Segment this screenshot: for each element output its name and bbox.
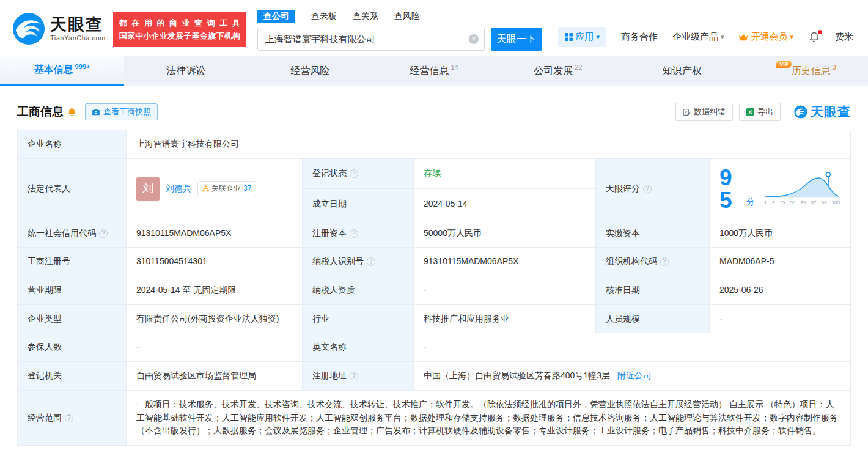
business-term-label: 营业期限 <box>18 276 127 305</box>
chevron-down-icon: ▾ <box>721 33 724 41</box>
open-vip-menu[interactable]: 开通会员 ▾ <box>738 31 793 43</box>
paid-capital-label: 实缴资本 <box>596 219 710 248</box>
apps-grid-icon <box>565 33 573 41</box>
company-section-tabs: 基本信息999+ 法律诉讼 经营风险 经营信息14 公司发展22 知识产权 VI… <box>0 56 868 86</box>
username-menu[interactable]: 费米 <box>835 31 853 43</box>
tab-intellectual-property[interactable]: 知识产权 <box>620 56 744 86</box>
tab-badge: 14 <box>451 64 458 71</box>
approval-date-value: 2025-06-26 <box>710 276 851 305</box>
legal-rep-cell: 刘 刘德兵 关联企业 37 <box>127 158 303 219</box>
company-name-label: 企业名称 <box>18 130 127 159</box>
business-scope-label: 经营范围? <box>18 390 127 445</box>
table-row: 工商注册号 310115004514301 纳税人识别号? 91310115MA… <box>18 248 851 276</box>
search-area: 查公司 查老板 查关系 查风险 ✕ 天眼一下 <box>257 10 542 51</box>
table-row: 企业类型 有限责任公司(外商投资企业法人独资) 行业 科技推广和应用服务业 人员… <box>18 304 851 333</box>
search-tab-risk[interactable]: 查风险 <box>394 10 420 23</box>
help-icon[interactable]: ? <box>367 257 375 266</box>
taxpayer-quality-value: - <box>414 276 596 305</box>
company-type-value: 有限责任公司(外商投资企业法人独资) <box>127 304 303 333</box>
tab-history-info[interactable]: VIP 历史信息3 <box>744 56 868 86</box>
tab-legal-proceedings[interactable]: 法律诉讼 <box>124 56 248 86</box>
paid-capital-value: 1000万人民币 <box>710 219 851 248</box>
score-cell: 95 分 131550859799100 <box>710 158 851 219</box>
business-term-value: 2024-05-14 至 无固定期限 <box>127 276 303 305</box>
english-name-label: 英文名称 <box>303 333 414 362</box>
staff-size-label: 人员规模 <box>596 304 710 333</box>
legal-rep-link[interactable]: 刘德兵 <box>166 182 191 196</box>
search-type-tabs: 查公司 查老板 查关系 查风险 <box>257 10 542 23</box>
search-box: ✕ <box>257 28 485 51</box>
enterprise-products-menu[interactable]: 企业级产品 ▾ <box>672 31 724 43</box>
search-tab-relation[interactable]: 查关系 <box>353 10 378 23</box>
reg-number-value: 310115004514301 <box>127 248 303 276</box>
tab-badge: 999+ <box>75 63 90 70</box>
tab-basic-info[interactable]: 基本信息999+ <box>0 56 124 86</box>
tab-company-development[interactable]: 公司发展22 <box>496 56 620 86</box>
header-menu: 应用 ▾ 商务合作 企业级产品 ▾ 开通会员 ▾ 费米 <box>558 27 853 47</box>
reg-address-label: 注册地址? <box>303 362 414 391</box>
nearby-companies-link[interactable]: 附近公司 <box>617 371 652 380</box>
search-input[interactable] <box>257 28 485 51</box>
search-tab-company[interactable]: 查公司 <box>257 10 295 23</box>
slogan-line1: 都在用的商业查询工具 <box>119 17 240 29</box>
view-snapshot-button[interactable]: 查看工商快照 <box>85 103 158 120</box>
score-label: 天眼评分? <box>596 158 710 219</box>
reg-capital-label: 注册资本? <box>303 219 414 248</box>
slogan-line2: 国家中小企业发展子基金旗下机构 <box>119 29 240 42</box>
business-info-table: 企业名称 上海智谱寰宇科技有限公司 法定代表人 刘 刘德兵 关联企业 37 <box>17 130 851 446</box>
help-icon[interactable]: ? <box>350 229 358 238</box>
score-distribution-chart: 131550859799100 <box>763 171 840 207</box>
vip-badge: VIP <box>776 61 792 68</box>
credit-code-label: 统一社会信用代码? <box>18 219 127 248</box>
org-chart-icon <box>202 185 209 192</box>
export-button[interactable]: 导出 <box>739 103 781 121</box>
apps-menu-button[interactable]: 应用 ▾ <box>558 27 606 47</box>
alert-bell-icon[interactable] <box>67 108 76 117</box>
search-button[interactable]: 天眼一下 <box>491 28 542 51</box>
watermark-brand: 天眼查 <box>794 103 851 120</box>
help-icon[interactable]: ? <box>99 229 108 238</box>
tianyancha-logo-icon <box>794 105 807 119</box>
score-value: 95 <box>719 166 743 212</box>
tianyancha-logo-icon <box>12 12 45 45</box>
table-row: 登记机关 自由贸易试验区市场监督管理局 注册地址? 中国（上海）自由贸易试验区芳… <box>18 362 851 391</box>
clear-search-icon[interactable]: ✕ <box>469 34 479 44</box>
insured-count-label: 参保人数 <box>18 333 127 362</box>
search-tab-boss[interactable]: 查老板 <box>311 10 337 23</box>
tianyancha-company-page: 天眼查 TianYanCha.com 都在用的商业查询工具 国家中小企业发展子基… <box>0 0 868 446</box>
company-name-value: 上海智谱寰宇科技有限公司 <box>127 130 851 159</box>
tianyancha-home-link[interactable]: 天眼查 TianYanCha.com <box>12 12 106 45</box>
help-icon[interactable]: ? <box>643 185 652 193</box>
related-companies-badge[interactable]: 关联企业 37 <box>197 181 256 196</box>
staff-size-value: - <box>710 304 851 333</box>
logo-subtitle: TianYanCha.com <box>50 34 106 42</box>
establish-date-value: 2024-05-14 <box>414 189 596 219</box>
industry-value: 科技推广和应用服务业 <box>414 304 596 333</box>
reg-authority-label: 登记机关 <box>18 362 127 391</box>
reg-address-value: 中国（上海）自由贸易试验区芳春路400号1幢3层 附近公司 <box>414 362 851 391</box>
tab-operation-info[interactable]: 经营信息14 <box>372 56 496 86</box>
excel-export-icon <box>746 108 754 116</box>
establish-date-label: 成立日期 <box>303 189 414 219</box>
crown-icon <box>738 34 748 41</box>
business-info-header: 工商信息 查看工商快照 数据纠错 导出 天眼查 <box>17 103 851 121</box>
help-icon[interactable]: ? <box>65 414 73 422</box>
org-code-value: MADM06AP-5 <box>710 248 851 276</box>
data-correction-button[interactable]: 数据纠错 <box>675 103 733 121</box>
tab-operation-risk[interactable]: 经营风险 <box>248 56 372 86</box>
help-icon[interactable]: ? <box>350 372 358 380</box>
tab-badge: 3 <box>833 64 836 71</box>
business-cooperation-link[interactable]: 商务合作 <box>621 31 658 43</box>
table-row: 统一社会信用代码? 91310115MADM06AP5X 注册资本? 50000… <box>18 219 851 248</box>
reg-status-label: 登记状态? <box>303 158 414 189</box>
table-row: 营业期限 2024-05-14 至 无固定期限 纳税人资质 - 核准日期 202… <box>18 276 851 305</box>
legal-rep-avatar[interactable]: 刘 <box>136 177 160 201</box>
approval-date-label: 核准日期 <box>596 276 710 305</box>
notification-bell-button[interactable] <box>808 31 820 43</box>
business-scope-value: 一般项目：技术服务、技术开发、技术咨询、技术交流、技术转让、技术推广；软件开发。… <box>127 390 851 445</box>
taxpayer-quality-label: 纳税人资质 <box>303 276 414 305</box>
table-row: 法定代表人 刘 刘德兵 关联企业 37 登记状态? <box>18 158 851 189</box>
help-icon[interactable]: ? <box>660 257 669 266</box>
notification-dot <box>818 30 822 34</box>
help-icon[interactable]: ? <box>350 169 358 178</box>
